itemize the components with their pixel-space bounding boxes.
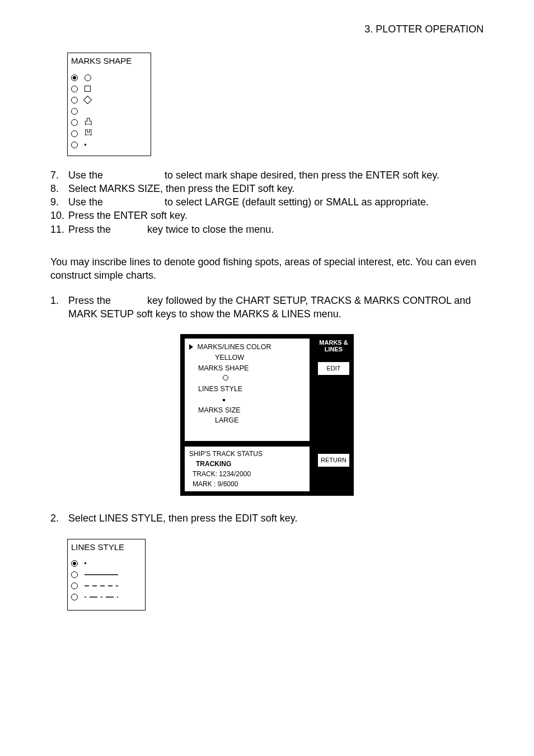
dot-icon xyxy=(223,399,225,401)
menu-value-icon xyxy=(189,395,305,405)
step-text: Press the key followed by the CHART SETU… xyxy=(68,294,484,321)
text-fragment: Use the xyxy=(68,170,103,181)
menu-row: LINES STYLE xyxy=(189,384,305,395)
mark-shape-option xyxy=(71,84,147,94)
radio-icon xyxy=(71,86,78,92)
text-fragment: Press the xyxy=(68,295,111,306)
radio-icon xyxy=(71,571,78,578)
radio-selected-icon xyxy=(71,560,78,567)
step-number: 1. xyxy=(50,294,63,321)
circle-icon xyxy=(223,375,228,381)
mark-shape-option xyxy=(71,95,147,105)
lines-style-panel: LINES STYLE xyxy=(67,539,146,611)
list-item: 10. Press the ENTER soft key. xyxy=(50,209,484,222)
step-text: Use the to select LARGE (default setting… xyxy=(68,195,484,209)
mark-shape-option xyxy=(71,106,147,116)
mark-shape-option: 凸 xyxy=(71,118,147,128)
mark-shape-option: 凹 xyxy=(71,129,147,139)
text-fragment: to select LARGE (default setting) or SMA… xyxy=(165,196,429,208)
circle-icon xyxy=(85,74,91,81)
menu-value: YELLOW xyxy=(189,353,305,363)
menu-settings-box: MARKS/LINES COLOR YELLOW MARKS SHAPE LIN… xyxy=(184,338,310,442)
page-header: 3. PLOTTER OPERATION xyxy=(50,22,484,36)
line-style-option xyxy=(71,558,142,569)
radio-icon xyxy=(71,583,78,589)
dashed-line-icon xyxy=(85,583,124,589)
radio-icon xyxy=(71,142,78,148)
menu-label: MARKS/LINES COLOR xyxy=(197,343,271,351)
list-item: 7. Use the to select mark shape desired,… xyxy=(50,168,484,182)
tab-down-icon: 凹 xyxy=(85,129,92,137)
lines-style-title: LINES STYLE xyxy=(71,542,142,553)
dot-icon xyxy=(85,562,86,564)
solid-line-icon xyxy=(85,572,124,577)
tab-text: MARKS & LINES xyxy=(319,339,348,353)
triangle-right-icon xyxy=(189,344,193,350)
radio-icon xyxy=(71,119,78,126)
list-item: 9. Use the to select LARGE (default sett… xyxy=(50,195,484,209)
step-number: 9. xyxy=(50,195,63,209)
step-number: 2. xyxy=(50,511,63,525)
marks-shape-panel: MARKS SHAPE 凸 凹 xyxy=(67,53,151,156)
step-text: Use the to select mark shape desired, th… xyxy=(68,168,484,182)
menu-value: LARGE xyxy=(189,415,305,426)
track-status-box: SHIP'S TRACK STATUS TRACKING TRACK: 1234… xyxy=(184,446,310,492)
step-number: 11. xyxy=(50,223,63,236)
status-line: TRACK: 1234/2000 xyxy=(189,469,305,479)
dot-icon xyxy=(85,144,86,145)
dash-dot-line-icon xyxy=(85,594,124,600)
diamond-icon xyxy=(83,96,92,105)
marks-lines-menu-figure: MARKS & LINES EDIT RETURN MARKS/LINES CO… xyxy=(180,334,354,496)
mark-shape-option xyxy=(71,140,147,150)
menu-value-icon xyxy=(189,373,305,384)
tab-up-icon: 凸 xyxy=(85,118,92,125)
menu-row: MARKS SHAPE xyxy=(189,363,305,374)
text-fragment: to select mark shape desired, then press… xyxy=(165,170,439,181)
radio-icon xyxy=(71,97,78,104)
step-text: Press the key twice to close the menu. xyxy=(68,223,484,236)
menu-row: MARKS SIZE xyxy=(189,405,305,416)
menu-tab-label: MARKS & LINES xyxy=(317,338,350,354)
list-item: 1. Press the key followed by the CHART S… xyxy=(50,294,484,321)
step-text: Select LINES STYLE, then press the EDIT … xyxy=(68,511,484,525)
edit-softkey: EDIT xyxy=(317,361,350,377)
mark-shape-option xyxy=(71,73,147,83)
steps-list-b: 1. Press the key followed by the CHART S… xyxy=(50,294,484,321)
steps-list: 7. Use the to select mark shape desired,… xyxy=(50,168,484,236)
step-number: 10. xyxy=(50,209,63,222)
step-number: 8. xyxy=(50,182,63,195)
radio-selected-icon xyxy=(71,74,78,81)
text-fragment: Use the xyxy=(68,196,103,208)
radio-icon xyxy=(71,594,78,600)
text-fragment: key twice to close the menu. xyxy=(147,224,274,235)
status-line: MARK : 9/6000 xyxy=(189,479,305,489)
step-text: Select MARKS SIZE, then press the EDIT s… xyxy=(68,182,484,195)
marks-shape-title: MARKS SHAPE xyxy=(71,55,147,67)
step-number: 7. xyxy=(50,168,63,182)
intro-paragraph: You may inscribe lines to denote good fi… xyxy=(50,255,484,283)
menu-row: MARKS/LINES COLOR xyxy=(189,342,305,353)
radio-icon xyxy=(71,130,78,137)
list-item: 8. Select MARKS SIZE, then press the EDI… xyxy=(50,182,484,195)
square-icon xyxy=(85,86,91,92)
line-style-option xyxy=(71,592,142,602)
status-line: SHIP'S TRACK STATUS xyxy=(189,449,305,459)
step-text: Press the ENTER soft key. xyxy=(68,209,484,222)
radio-icon xyxy=(71,108,78,115)
status-line: TRACKING xyxy=(189,459,305,469)
steps-list-c: 2. Select LINES STYLE, then press the ED… xyxy=(50,511,484,525)
text-fragment: Press the xyxy=(68,224,111,235)
list-item: 2. Select LINES STYLE, then press the ED… xyxy=(50,511,484,525)
line-style-option xyxy=(71,581,142,591)
list-item: 11. Press the key twice to close the men… xyxy=(50,223,484,236)
line-style-option xyxy=(71,570,142,580)
return-softkey: RETURN xyxy=(317,453,350,468)
text-fragment: key followed by the CHART SETUP, TRACKS … xyxy=(68,295,471,320)
